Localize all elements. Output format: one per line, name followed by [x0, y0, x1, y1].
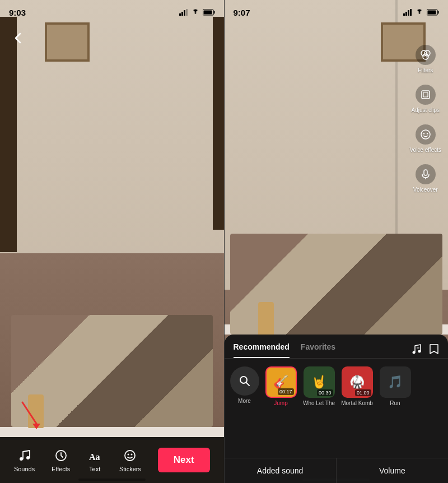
- sound-item-jump[interactable]: 🎸 00:17 Jump: [265, 366, 297, 406]
- sound-bottom-actions: Added sound Volume: [225, 458, 449, 483]
- added-sound-button[interactable]: Added sound: [225, 458, 337, 483]
- sound-item-mortal[interactable]: 🥋 01:00 Mortal Komb: [341, 366, 374, 406]
- sound-item-run[interactable]: 🎵 Run: [379, 366, 412, 406]
- search-label: More: [238, 398, 251, 404]
- stickers-label: Stickers: [119, 466, 141, 472]
- adjust-clips-label: Adjust clips: [411, 107, 440, 113]
- back-chevron-icon: [15, 32, 21, 44]
- battery-icon-right: [427, 9, 439, 16]
- svg-rect-0: [179, 13, 181, 16]
- sounds-toolbar-item[interactable]: Sounds: [14, 448, 35, 472]
- run-label: Run: [390, 400, 400, 406]
- tab-recommended[interactable]: Recommended: [234, 342, 290, 358]
- text-aa-icon: Aa: [88, 449, 101, 462]
- bookmark-save-icon: [429, 343, 439, 355]
- text-toolbar-item[interactable]: Aa Text: [87, 448, 102, 472]
- sound-list: More 🎸 00:17 Jump 🤘 00:30 Who Let The: [225, 359, 449, 411]
- svg-rect-17: [405, 12, 407, 16]
- svg-point-28: [421, 130, 430, 139]
- svg-line-7: [22, 402, 36, 424]
- voice-icon: [416, 124, 436, 145]
- svg-point-30: [427, 133, 428, 134]
- effects-label: Effects: [52, 466, 70, 472]
- cabinet-right: [213, 17, 224, 230]
- jump-thumb: 🎸 00:17: [265, 366, 297, 398]
- effects-icon: [53, 448, 69, 463]
- svg-rect-18: [408, 10, 409, 16]
- right-panel: 9:07: [225, 0, 449, 483]
- stickers-icon: [122, 448, 138, 463]
- mic-icon: [420, 169, 431, 180]
- svg-rect-3: [186, 9, 188, 16]
- status-bar-right: 9:07: [225, 0, 449, 25]
- wifi-icon-right: [415, 9, 424, 16]
- mortal-label: Mortal Komb: [341, 400, 373, 406]
- svg-point-9: [20, 457, 23, 461]
- sticker-face-icon: [123, 449, 137, 462]
- svg-rect-26: [422, 91, 430, 99]
- filters-circles-icon: [420, 49, 431, 61]
- status-icons-right: [403, 9, 439, 16]
- adjust-clips-icon: [420, 89, 431, 100]
- svg-rect-5: [213, 11, 214, 14]
- signal-icon-right: [403, 9, 412, 16]
- battery-icon-left: [203, 9, 215, 16]
- svg-rect-31: [424, 170, 427, 175]
- who-let-label: Who Let The: [303, 400, 335, 406]
- adjust-icon: [416, 85, 436, 105]
- signal-icon-left: [179, 9, 188, 16]
- run-emoji: 🎵: [388, 375, 403, 389]
- left-panel: 9:03: [0, 0, 224, 483]
- filters-icon: [416, 45, 436, 65]
- svg-text:Aa: Aa: [89, 452, 100, 462]
- svg-point-13: [125, 451, 135, 461]
- search-more-item[interactable]: More: [230, 366, 259, 406]
- music-note-tab-icon[interactable]: [411, 343, 422, 357]
- sounds-icon: [17, 448, 32, 463]
- voiceover-label: Voiceover: [413, 187, 438, 193]
- svg-rect-27: [423, 92, 428, 97]
- svg-point-24: [424, 50, 430, 56]
- jump-duration: 00:17: [278, 388, 294, 395]
- svg-line-37: [246, 383, 249, 386]
- time-right: 9:07: [234, 8, 250, 17]
- sounds-label: Sounds: [14, 466, 35, 472]
- svg-point-29: [423, 133, 424, 134]
- edit-buttons: Filters Adjust clips Voice effects: [409, 45, 441, 193]
- effects-clock-icon: [54, 449, 68, 462]
- next-button[interactable]: Next: [158, 448, 210, 472]
- arrow-indicator: [11, 397, 45, 433]
- filters-button[interactable]: Filters: [416, 45, 436, 73]
- who-let-emoji: 🤘: [311, 375, 326, 389]
- bottom-toolbar-left: Sounds Effects Aa Text: [0, 437, 224, 483]
- run-thumb: 🎵: [380, 366, 411, 398]
- svg-point-25: [423, 54, 428, 59]
- red-arrow-icon: [11, 397, 45, 430]
- svg-rect-22: [428, 11, 436, 15]
- wifi-icon-left: [191, 9, 200, 16]
- sound-item-who-let[interactable]: 🤘 00:30 Who Let The: [303, 366, 335, 406]
- tab-favorites[interactable]: Favorites: [301, 342, 335, 358]
- svg-rect-21: [438, 11, 439, 14]
- svg-marker-8: [32, 424, 40, 429]
- picture-frame-left: [45, 22, 90, 62]
- text-icon: Aa: [87, 448, 102, 463]
- search-circle: [230, 366, 259, 396]
- mortal-thumb: 🥋 01:00: [342, 366, 373, 398]
- effects-toolbar-item[interactable]: Effects: [52, 448, 70, 472]
- jump-emoji: 🎸: [273, 375, 288, 389]
- back-button[interactable]: [9, 29, 27, 47]
- adjust-clips-button[interactable]: Adjust clips: [411, 85, 440, 113]
- svg-point-34: [418, 350, 421, 352]
- add-sound-icon: [411, 343, 422, 355]
- bookmark-icon[interactable]: [429, 343, 439, 357]
- volume-button[interactable]: Volume: [337, 458, 448, 483]
- jump-label: Jump: [274, 400, 287, 406]
- voice-effects-button[interactable]: Voice effects: [409, 124, 441, 153]
- svg-rect-1: [181, 12, 183, 16]
- sound-panel: Recommended Favorites: [225, 335, 449, 483]
- voiceover-button[interactable]: Voiceover: [413, 164, 438, 193]
- stickers-toolbar-item[interactable]: Stickers: [119, 448, 141, 472]
- svg-point-10: [26, 456, 30, 459]
- status-icons-left: [179, 9, 215, 16]
